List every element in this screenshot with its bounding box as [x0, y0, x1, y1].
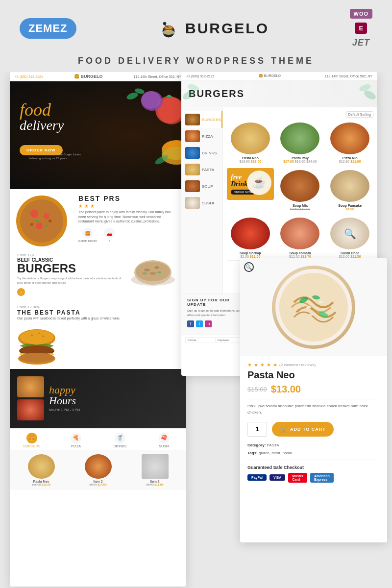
add-to-cart-label: ADD TO CART — [290, 427, 326, 432]
burger-section: From 17$ BEEF CLASSIC BURGERS Try this d… — [10, 248, 186, 301]
sidebar-soup-icon — [185, 180, 200, 192]
elementor-icon: E — [359, 24, 363, 32]
sidebar-drinks-label: DRINKS — [202, 151, 217, 155]
product-card-2[interactable]: Pasta Italy $17.00 $18.00-$34.00 — [277, 121, 324, 165]
hours-label: Hours — [49, 395, 179, 406]
pasta-section: From 12.00$ THE BEST PASTA Our pasta wit… — [10, 301, 186, 325]
product-thumb-2[interactable]: Item 2 $9.00 $14.00 — [72, 454, 124, 486]
free-drink-card[interactable]: ☕ free Drink ORDER NOW — [227, 168, 274, 200]
product-grid: Pasta Neo $13.90 $13.50 Pasta Italy $17.… — [227, 121, 373, 260]
tab-drinks[interactable]: 🥤 DRINKS — [98, 433, 142, 448]
sidebar-item-sushi[interactable]: SUSHI — [181, 195, 222, 211]
product-old-price-2: $9.00 — [89, 483, 97, 486]
svg-point-3 — [163, 22, 166, 25]
tab-pizza[interactable]: 🍕 PIZZA — [54, 433, 98, 448]
sidebar-sushi-icon — [185, 197, 200, 209]
product-card-5[interactable]: Soup Mix $4.50-$18.00 — [277, 168, 324, 213]
product-meta: Category: PASTA Tags: gluten, meat, past… — [247, 441, 380, 457]
sidebar-item-pasta[interactable]: PASTA — [181, 161, 222, 178]
prod8-old: $12.00 — [289, 255, 299, 258]
product-search-icon[interactable]: 🔍 — [244, 262, 254, 272]
product-card-3[interactable]: Pizza Rio $12.80 $11.00 — [326, 121, 373, 165]
sidebar-pizza-icon — [185, 130, 200, 142]
tab-sushi[interactable]: 🍣 SUSHI — [142, 433, 186, 448]
hero-food-text: food — [20, 101, 64, 119]
pizza-description: The perfect place to enjoy with family f… — [78, 210, 176, 224]
fast-delivery-icon-item: 🚗 8 — [104, 228, 115, 243]
product-old-price-1: $15.00 — [32, 483, 41, 486]
sidebar-item-pizza[interactable]: PIZZA — [181, 128, 222, 145]
product-card-name-2: Pasta Italy — [279, 156, 322, 160]
sort-bar: Default Sorting — [227, 111, 373, 118]
shop-nav-phone: +1 (800) 312-2121 — [186, 74, 215, 78]
twitter-icon[interactable]: t — [196, 320, 203, 327]
product-card-9[interactable]: 🔍 Sushi Chee $13.00 $11.50 — [326, 216, 373, 260]
sort-select[interactable]: Default Sorting — [346, 111, 373, 118]
nav-address: 112 14th Street, Office 502, NY — [134, 75, 181, 78]
facebook-icon[interactable]: f — [187, 320, 194, 327]
instagram-icon[interactable]: in — [205, 320, 212, 327]
fast-delivery-icon: 🚗 — [104, 228, 115, 239]
food-thumb-2 — [17, 399, 44, 420]
product-thumb-1[interactable]: Pasta Neo $15.00 $13.00 — [15, 454, 68, 486]
nav-phone: +1 (800) 312-2121 — [15, 75, 43, 78]
product-category: Category: PASTA — [247, 441, 380, 449]
svg-point-21 — [35, 220, 39, 222]
tab-sushi-label: SUSHI — [159, 444, 169, 448]
hero-order-btn[interactable]: ORDER NOW — [20, 145, 63, 155]
product-tags: Tags: gluten, meat, pasta — [247, 449, 380, 457]
good-food-label: GOOD FOOD — [78, 240, 97, 243]
pizza-stars: ★ ★ ★ — [78, 203, 176, 209]
product-card-7[interactable]: Soup Shrimp $5.00 $11.00 — [227, 216, 274, 260]
sidebar-item-burgers[interactable]: BURGERS — [181, 111, 222, 128]
sidebar-pasta-icon — [185, 164, 200, 175]
product-description: Pork, jowl salami andouille porchetta sh… — [247, 399, 380, 416]
product-old-price-3: $8.00 — [146, 483, 153, 486]
prod3-new: $11.00 — [350, 160, 361, 163]
product-card-price-8: $12.00 $11.70 — [279, 255, 322, 258]
footer-newsletter: SIGN UP FOR OUR UPDATE Sign up to get up… — [187, 298, 246, 331]
prod9-old: $13.00 — [339, 255, 349, 258]
tab-burgers[interactable]: 🍔 BURGERS — [10, 433, 54, 448]
product-new-price-3: $11.00 — [154, 483, 163, 486]
quantity-input[interactable]: 1 — [247, 422, 267, 437]
star-5: ★ — [273, 362, 277, 368]
burger-description: Try this delicious Burger comprising of … — [17, 276, 124, 285]
hero-text: food delivery We're proud to feed more B… — [20, 101, 64, 132]
screenshots-area: +1 (800) 312-2121 🍔 BURGELO 112 14th Str… — [0, 72, 392, 588]
burger-arrow-icon[interactable]: › — [17, 288, 25, 296]
jet-badge: JET — [352, 38, 370, 48]
product-card-name-6: Soup Pancake — [328, 204, 371, 207]
tab-drinks-icon: 🥤 — [115, 433, 125, 443]
product-card-8[interactable]: Soup Tomato $12.00 $11.70 — [277, 216, 324, 260]
product-card-1[interactable]: Pasta Neo $13.90 $13.50 — [227, 121, 274, 165]
burger-text: From 17$ BEEF CLASSIC BURGERS Try this d… — [17, 253, 124, 296]
product-card-img-1 — [231, 122, 270, 154]
happy-label: happy — [49, 385, 179, 395]
newsletter-text: Sign up to get up to date promotions, sp… — [187, 309, 246, 318]
prod6-price: $6.00 — [345, 207, 354, 211]
pizza-feature-icons: 🍔 GOOD FOOD 🚗 8 — [78, 228, 176, 243]
safe-checkout: Guaranteed Safe Checkout PayPal VISA Mas… — [247, 460, 380, 483]
drink-label: Drink — [231, 181, 247, 188]
product-card-name-5: Soup Mix — [279, 204, 322, 207]
svg-point-52 — [319, 301, 323, 303]
sidebar-item-soup[interactable]: SOUP — [181, 178, 222, 195]
product-card-6[interactable]: Soup Pancake $6.00 — [326, 168, 373, 213]
svg-point-5 — [163, 30, 174, 35]
add-to-cart-button[interactable]: 🛒 ADD TO CART — [272, 422, 334, 437]
burgelo-logo-icon — [157, 17, 180, 40]
sidebar-item-drinks[interactable]: DRINKS — [181, 145, 222, 161]
newsletter-title: SIGN UP FOR OUR UPDATE — [187, 298, 246, 307]
prod7-old: $5.00 — [240, 255, 249, 258]
svg-point-24 — [49, 220, 51, 222]
zemez-logo[interactable]: ZEMEZ — [20, 18, 76, 39]
good-food-icon-item: 🍔 GOOD FOOD — [78, 228, 97, 243]
tab-drinks-label: DRINKS — [114, 444, 126, 448]
pasta-title: THE BEST PASTA — [17, 309, 179, 316]
product-card-img-9: 🔍 — [330, 218, 369, 249]
page-subtitle: FOOD DELIVERY WORDPRESS THEME — [0, 53, 392, 72]
product-thumb-3[interactable]: Item 3 $8.00 $11.00 — [128, 454, 181, 486]
happy-hours-text: happy Hours Mo-Fri: 1 PM - 3 PM — [49, 376, 179, 420]
sidebar-drinks-icon — [185, 147, 200, 159]
